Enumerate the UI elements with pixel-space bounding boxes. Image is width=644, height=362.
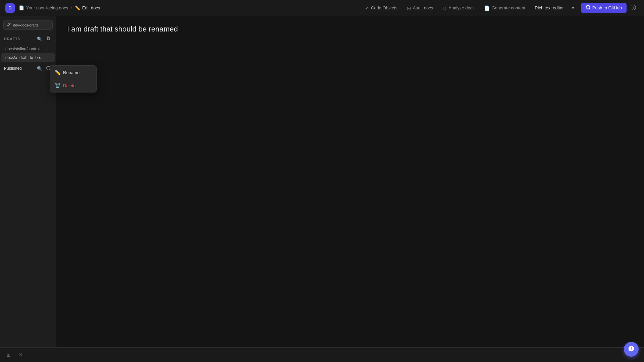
branch-icon [7, 22, 11, 27]
app-logo: D [5, 3, 15, 13]
chat-icon [628, 345, 635, 354]
file-name: docs/a_draft_to_be_ren [5, 55, 45, 60]
github-icon [586, 5, 590, 11]
breadcrumb-current-label: Edit docs [82, 5, 100, 10]
context-menu: ✏️ Rename 🗑️ Delete [50, 65, 97, 93]
file-item[interactable]: docs/styling/context... ⋮ [1, 45, 55, 53]
main-content: I am draft that should be renamed [56, 16, 644, 362]
breadcrumb: 📄 Your user-facing docs / ✏️ Edit docs [19, 5, 100, 10]
published-section-header: Published 🔍 [0, 62, 56, 73]
grid-button[interactable]: ⊞ [4, 350, 13, 360]
drafts-add-button[interactable] [45, 35, 52, 43]
bottom-bar: ⊞ × [0, 347, 644, 362]
breadcrumb-parent[interactable]: 📄 Your user-facing docs [19, 5, 68, 10]
layout: dev-docs-drafts DRAFTS 🔍 docs/styling/co… [0, 16, 644, 362]
rename-icon: ✏️ [55, 70, 60, 75]
search-icon: 🔍 [37, 66, 42, 71]
drafts-label: DRAFTS [4, 37, 20, 41]
add-file-icon [46, 36, 51, 42]
search-icon: 🔍 [37, 37, 42, 42]
code-objects-icon: ✓ [365, 5, 369, 11]
info-icon: ⓘ [631, 4, 636, 11]
file-menu-icon[interactable]: ⋮ [45, 55, 51, 60]
file-item[interactable]: docs/a_draft_to_be_ren ⋮ [1, 53, 55, 62]
drafts-actions: 🔍 [36, 35, 52, 43]
doc-icon: 📄 [19, 5, 24, 10]
push-to-github-button[interactable]: Push to GitHub [581, 3, 627, 13]
generate-content-button[interactable]: 📄 Generate content [480, 3, 529, 13]
info-button[interactable]: ⓘ [628, 3, 639, 13]
delete-menu-item[interactable]: 🗑️ Delete [51, 80, 95, 91]
analyze-docs-icon: ◎ [442, 5, 446, 11]
analyze-docs-button[interactable]: ◎ Analyze docs [438, 3, 478, 13]
file-menu-icon[interactable]: ⋮ [45, 46, 51, 52]
breadcrumb-current[interactable]: ✏️ Edit docs [75, 5, 100, 10]
close-icon: × [19, 351, 23, 358]
chat-button[interactable] [624, 342, 639, 357]
delete-label: Delete [63, 83, 76, 88]
code-objects-button[interactable]: ✓ Code Objects [361, 3, 401, 13]
drafts-search-button[interactable]: 🔍 [36, 35, 43, 43]
edit-icon: ✏️ [75, 5, 80, 10]
sidebar: dev-docs-drafts DRAFTS 🔍 docs/styling/co… [0, 16, 56, 362]
grid-icon: ⊞ [7, 352, 11, 358]
generate-content-icon: 📄 [484, 5, 490, 11]
drafts-section-header: DRAFTS 🔍 [0, 34, 56, 45]
published-search-button[interactable]: 🔍 [36, 65, 43, 72]
rich-text-editor-button[interactable]: Rich text editor [531, 3, 568, 12]
breadcrumb-separator: / [71, 5, 72, 10]
audit-docs-button[interactable]: ◎ Audit docs [403, 3, 437, 13]
rename-menu-item[interactable]: ✏️ Rename [51, 67, 95, 78]
rich-text-editor-chevron[interactable]: ▾ [569, 3, 577, 12]
rename-label: Rename [63, 70, 79, 75]
branch-name: dev-docs-drafts [13, 23, 39, 27]
delete-icon: 🗑️ [55, 83, 60, 88]
published-label: Published [4, 66, 22, 71]
file-name: docs/styling/context... [5, 47, 45, 51]
nav-actions: ✓ Code Objects ◎ Audit docs ◎ Analyze do… [361, 3, 639, 13]
editor-heading[interactable]: I am draft that should be renamed [67, 24, 633, 35]
close-button[interactable]: × [16, 350, 25, 360]
breadcrumb-parent-label: Your user-facing docs [26, 5, 68, 10]
context-menu-divider [51, 79, 95, 79]
top-nav: D 📄 Your user-facing docs / ✏️ Edit docs… [0, 0, 644, 16]
branch-selector[interactable]: dev-docs-drafts [3, 20, 53, 30]
chevron-down-icon: ▾ [572, 5, 574, 10]
audit-docs-icon: ◎ [407, 5, 411, 11]
